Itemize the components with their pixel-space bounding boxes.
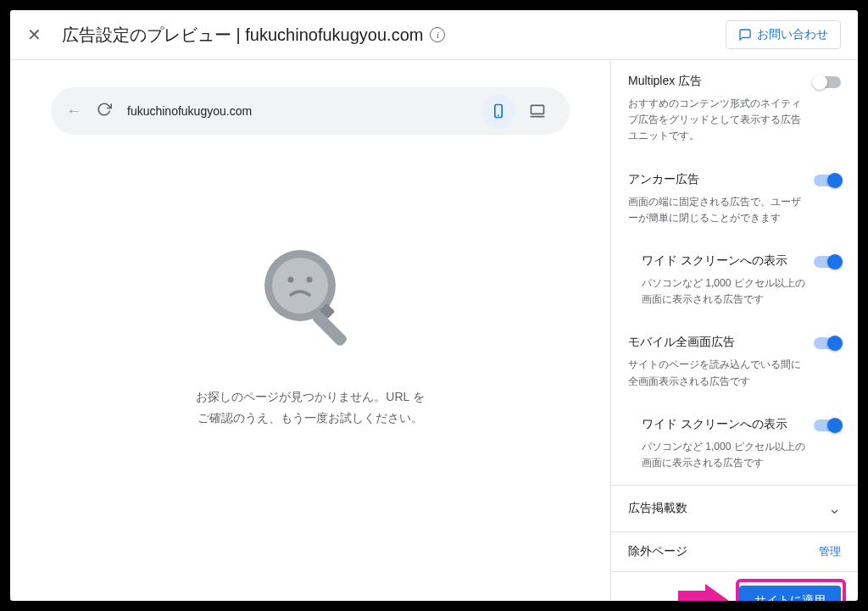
setting-title: アンカー広告 <box>628 172 805 187</box>
svg-point-5 <box>272 258 328 314</box>
setting-anchor: アンカー広告 画面の端に固定される広告で、ユーザーが簡単に閉じることができます <box>611 158 858 240</box>
contact-label: お問い合わせ <box>757 27 828 42</box>
section-title: 広告掲載数 <box>628 501 687 516</box>
empty-line2: ご確認のうえ、もう一度お試しください。 <box>196 408 424 429</box>
toggle-mobile-full[interactable] <box>814 337 841 349</box>
header-bar: ✕ 広告設定のプレビュー | fukuchinofukugyou.com i お… <box>10 10 858 60</box>
setting-mobile-full: モバイル全画面広告 サイトのページを読み込んでいる間に全画面表示される広告です <box>611 321 858 403</box>
info-icon[interactable]: i <box>430 27 445 42</box>
apply-button[interactable]: サイトに適用 <box>739 586 841 601</box>
close-icon[interactable]: ✕ <box>27 25 42 45</box>
svg-point-6 <box>288 276 294 282</box>
back-icon[interactable]: ← <box>66 103 81 120</box>
setting-title: モバイル全画面広告 <box>628 335 805 350</box>
title-text: 広告設定のプレビュー | fukuchinofukugyou.com <box>62 24 423 47</box>
manage-link[interactable]: 管理 <box>819 544 841 559</box>
url-text: fukuchinofukugyou.com <box>127 104 466 118</box>
mobile-view-button[interactable] <box>481 94 515 128</box>
setting-desc: パソコンなど 1,000 ピクセル以上の画面に表示される広告です <box>642 275 805 308</box>
desktop-view-button[interactable] <box>520 94 554 128</box>
setting-title: Multiplex 広告 <box>628 74 805 89</box>
toggle-mobile-wide[interactable] <box>814 419 841 431</box>
toggle-multiplex[interactable] <box>814 76 841 88</box>
empty-state: お探しのページが見つかりません。URL を ご確認のうえ、もう一度お試しください… <box>51 135 570 601</box>
phone-icon <box>490 103 507 119</box>
setting-desc: パソコンなど 1,000 ピクセル以上の画面に表示される広告です <box>642 439 805 471</box>
magnifier-illustration <box>251 239 370 361</box>
page-title: 広告設定のプレビュー | fukuchinofukugyou.com i <box>62 24 726 47</box>
section-exclude: 除外ページ 管理 <box>611 531 858 571</box>
toggle-anchor[interactable] <box>814 175 841 186</box>
arrow-annotation <box>678 584 729 601</box>
setting-desc: 画面の端に固定される広告で、ユーザーが簡単に閉じることができます <box>628 194 805 226</box>
svg-point-7 <box>307 276 313 282</box>
svg-rect-2 <box>531 105 544 114</box>
settings-panel: Multiplex 広告 おすすめのコンテンツ形式のネイティブ広告をグリッドとし… <box>610 60 858 601</box>
footer-bar: サイトに適用 <box>611 571 858 601</box>
toggle-anchor-wide[interactable] <box>814 256 841 268</box>
setting-title: ワイド スクリーンへの表示 <box>642 417 805 432</box>
preview-pane: ← fukuchinofukugyou.com <box>10 60 610 601</box>
setting-title: ワイド スクリーンへの表示 <box>642 253 805 269</box>
empty-line1: お探しのページが見つかりません。URL を <box>196 386 424 408</box>
setting-anchor-wide: ワイド スクリーンへの表示 パソコンなど 1,000 ピクセル以上の画面に表示さ… <box>611 240 858 321</box>
section-ad-count[interactable]: 広告掲載数 ⌄ <box>611 485 858 531</box>
setting-mobile-wide: ワイド スクリーンへの表示 パソコンなど 1,000 ピクセル以上の画面に表示さ… <box>611 403 858 485</box>
url-bar: ← fukuchinofukugyou.com <box>51 87 570 135</box>
desktop-icon <box>529 103 546 119</box>
chat-icon <box>738 28 752 42</box>
setting-desc: サイトのページを読み込んでいる間に全画面表示される広告です <box>628 357 805 389</box>
chevron-down-icon: ⌄ <box>828 499 841 518</box>
setting-multiplex: Multiplex 広告 おすすめのコンテンツ形式のネイティブ広告をグリッドとし… <box>611 60 858 158</box>
setting-desc: おすすめのコンテンツ形式のネイティブ広告をグリッドとして表示する広告ユニットです… <box>628 96 805 145</box>
reload-icon[interactable] <box>97 102 112 120</box>
exclude-title: 除外ページ <box>628 544 687 559</box>
contact-button[interactable]: お問い合わせ <box>726 20 841 49</box>
